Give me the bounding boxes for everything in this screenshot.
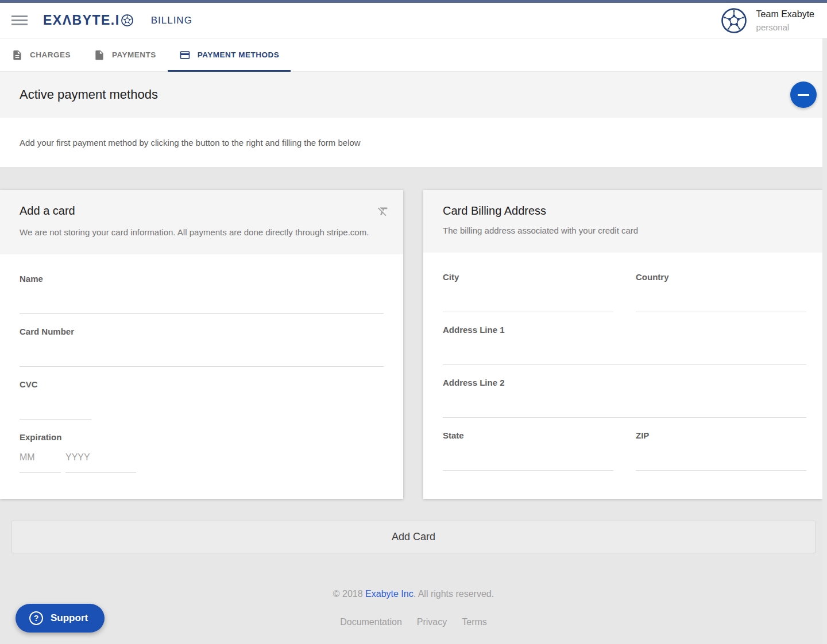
active-payment-methods-header: Active payment methods <box>0 72 827 118</box>
cvc-label: CVC <box>20 379 384 390</box>
clear-form-button[interactable] <box>377 205 389 219</box>
copyright-line: © 2018 Exabyte Inc. All rights reserved. <box>0 589 827 599</box>
add-card-panel: Add a card We are not storing your card … <box>0 190 403 499</box>
main-content: Add a card We are not storing your card … <box>0 167 827 627</box>
zip-input[interactable] <box>636 441 806 471</box>
empty-state-message: Add your first payment method by clickin… <box>0 118 827 167</box>
address-line-2-input[interactable] <box>443 388 806 418</box>
footer-links: Documentation Privacy Terms <box>0 617 827 627</box>
card-number-input[interactable] <box>20 337 384 367</box>
support-button[interactable]: ? Support <box>16 604 105 633</box>
fullerene-ball-icon <box>121 14 134 27</box>
team-type: personal <box>756 22 814 32</box>
address-line-1-label: Address Line 1 <box>443 325 806 335</box>
tab-payments[interactable]: PAYMENTS <box>82 38 168 71</box>
zip-label: ZIP <box>636 430 806 441</box>
format-clear-icon <box>377 205 389 218</box>
logo-text: EXΛBYTE.I <box>43 13 120 28</box>
receipt-file-icon <box>11 49 23 61</box>
section-title: Active payment methods <box>20 87 158 102</box>
terms-link[interactable]: Terms <box>462 617 487 627</box>
state-label: State <box>443 430 613 441</box>
vertical-scrollbar[interactable] <box>822 38 827 644</box>
add-card-title: Add a card <box>20 204 75 218</box>
card-number-label: Card Number <box>20 327 384 337</box>
footer: © 2018 Exabyte Inc. All rights reserved.… <box>0 589 827 627</box>
billing-address-subtitle: The billing address associated with your… <box>443 225 809 236</box>
credit-card-icon <box>179 49 191 61</box>
file-icon <box>94 49 105 61</box>
privacy-link[interactable]: Privacy <box>417 617 447 627</box>
menu-icon[interactable] <box>11 15 28 25</box>
name-label: Name <box>20 274 384 284</box>
minus-icon <box>798 94 809 96</box>
billing-address-panel: Card Billing Address The billing address… <box>423 190 822 499</box>
help-icon: ? <box>29 611 43 625</box>
account-switcher[interactable]: Team Exabyte personal <box>721 7 816 34</box>
country-label: Country <box>636 272 806 282</box>
company-link[interactable]: Exabyte Inc <box>365 589 413 599</box>
add-card-button[interactable]: Add Card <box>11 521 816 553</box>
team-avatar <box>721 7 747 34</box>
documentation-link[interactable]: Documentation <box>340 617 402 627</box>
name-input[interactable] <box>20 284 384 314</box>
expiration-year-input[interactable] <box>65 443 136 473</box>
tab-payment-methods[interactable]: PAYMENT METHODS <box>168 38 291 71</box>
support-label: Support <box>51 612 88 624</box>
expiration-month-input[interactable] <box>20 443 61 473</box>
tab-label: PAYMENT METHODS <box>198 51 280 59</box>
add-card-subtitle: We are not storing your card information… <box>20 227 389 238</box>
tab-label: CHARGES <box>30 51 71 59</box>
app-bar: EXΛBYTE.I BILLING <box>0 3 827 38</box>
city-label: City <box>443 272 613 282</box>
cvc-input[interactable] <box>20 390 91 420</box>
address-line-1-input[interactable] <box>443 335 806 365</box>
country-input[interactable] <box>636 282 806 312</box>
expiration-label: Expiration <box>20 432 384 443</box>
tab-label: PAYMENTS <box>112 51 156 59</box>
collapse-section-button[interactable] <box>790 82 817 108</box>
tab-charges[interactable]: CHARGES <box>0 38 82 71</box>
team-name: Team Exabyte <box>756 9 814 20</box>
billing-tab-bar: CHARGES PAYMENTS PAYMENT METHODS <box>0 38 827 72</box>
page-title: BILLING <box>151 15 192 26</box>
city-input[interactable] <box>443 282 613 312</box>
address-line-2-label: Address Line 2 <box>443 378 806 388</box>
exabyte-logo[interactable]: EXΛBYTE.I <box>43 13 134 28</box>
state-input[interactable] <box>443 441 613 471</box>
billing-address-title: Card Billing Address <box>443 204 809 218</box>
